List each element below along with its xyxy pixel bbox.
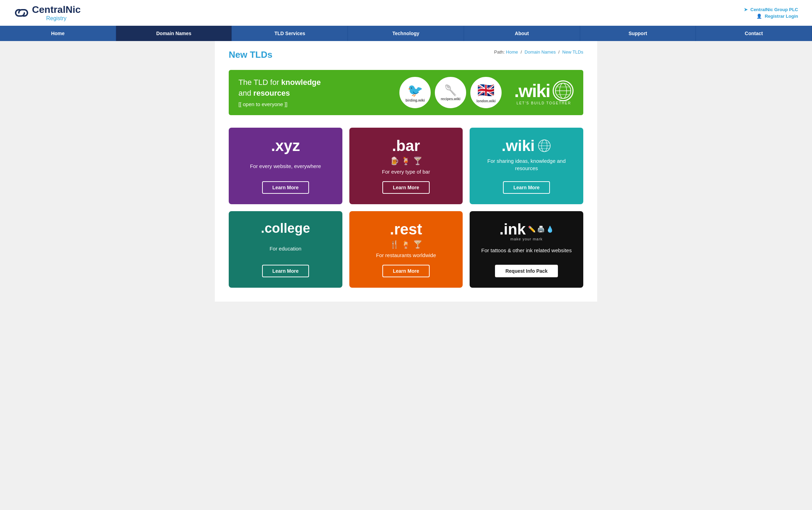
wiki-tagline: LET'S BUILD TOGETHER xyxy=(517,101,571,105)
nav-support[interactable]: Support xyxy=(580,26,696,41)
wiki-banner: The TLD for knowledge and resources [[ o… xyxy=(229,70,583,115)
banner-circle-recipes: 🥄 recipes.wiki xyxy=(435,77,466,108)
nav-home[interactable]: Home xyxy=(0,26,116,41)
arrow-icon: ➤ xyxy=(744,7,748,12)
card-ink[interactable]: .ink ✏️ 🖨️ 💧 make your mark For tattoos … xyxy=(470,211,583,288)
person-icon: 👤 xyxy=(756,14,762,19)
recipes-label: recipes.wiki xyxy=(441,97,461,101)
nav-technology[interactable]: Technology xyxy=(348,26,464,41)
header: CentralNic Registry ➤ CentralNic Group P… xyxy=(0,0,812,26)
banner-circle-london: 🇬🇧 london.wiki xyxy=(470,77,502,108)
rest-desc: For restaurants worldwide xyxy=(376,252,436,259)
nav-contact[interactable]: Contact xyxy=(696,26,812,41)
logo-icon xyxy=(14,5,29,21)
logo-area: CentralNic Registry xyxy=(14,4,81,22)
nav-tld-services[interactable]: TLD Services xyxy=(232,26,348,41)
flag-emoji: 🇬🇧 xyxy=(477,82,495,98)
logo-centralnic: CentralNic xyxy=(32,4,81,15)
college-name: .college xyxy=(261,222,310,235)
banner-open: [[ open to everyone ]] xyxy=(238,101,321,108)
banner-right: 🐦 birding.wiki 🥄 recipes.wiki 🇬🇧 london.… xyxy=(399,77,574,108)
breadcrumb-domain-names[interactable]: Domain Names xyxy=(525,49,556,55)
wiki-learn-more-button[interactable]: Learn More xyxy=(503,181,550,194)
print-icon: 🖨️ xyxy=(537,225,545,233)
header-links: ➤ CentralNic Group PLC 👤 Registrar Login xyxy=(744,7,798,19)
college-desc: For education xyxy=(269,245,301,252)
xyz-learn-more-button[interactable]: Learn More xyxy=(262,181,309,194)
wiki-card-header: .wiki xyxy=(502,138,551,153)
xyz-name: .xyz xyxy=(271,138,300,153)
breadcrumb-new-tlds[interactable]: New TLDs xyxy=(562,49,583,55)
birding-label: birding.wiki xyxy=(406,98,425,102)
card-wiki[interactable]: .wiki For sharing ideas, knowledge and r… xyxy=(470,128,583,204)
ink-header: .ink ✏️ 🖨️ 💧 make your mark xyxy=(500,222,554,241)
bar-desc: For every type of bar xyxy=(382,168,430,175)
rest-icons: 🍴 🍹 🍸 xyxy=(390,240,422,249)
card-rest[interactable]: .rest 🍴 🍹 🍸 For restaurants worldwide Le… xyxy=(349,211,463,288)
main-nav: Home Domain Names TLD Services Technolog… xyxy=(0,26,812,41)
registrar-login-link[interactable]: 👤 Registrar Login xyxy=(756,14,798,19)
drop-icon: 💧 xyxy=(546,225,554,233)
wiki-card-globe-icon xyxy=(537,139,551,153)
spice-emoji: 🥄 xyxy=(444,84,457,96)
wiki-card-name: .wiki xyxy=(502,138,535,153)
ink-subtitle: make your mark xyxy=(510,237,543,241)
main-content: New TLDs Path: Home / Domain Names / New… xyxy=(215,41,597,302)
bar-learn-more-button[interactable]: Learn More xyxy=(382,181,429,194)
ink-title-row: .ink ✏️ 🖨️ 💧 xyxy=(500,222,554,237)
page-title: New TLDs xyxy=(229,49,273,60)
card-college[interactable]: .college For education Learn More xyxy=(229,211,342,288)
tld-grid: .xyz For every website, everywhere Learn… xyxy=(229,128,583,288)
card-xyz[interactable]: .xyz For every website, everywhere Learn… xyxy=(229,128,342,204)
breadcrumb-home[interactable]: Home xyxy=(506,49,518,55)
bird-emoji: 🐦 xyxy=(407,83,423,98)
banner-text: The TLD for knowledge and resources [[ o… xyxy=(238,77,321,108)
breadcrumb: Path: Home / Domain Names / New TLDs xyxy=(494,49,583,55)
xyz-desc: For every website, everywhere xyxy=(250,162,321,170)
wiki-ball-icon xyxy=(553,80,574,101)
centralnic-group-link[interactable]: ➤ CentralNic Group PLC xyxy=(744,7,798,12)
logo-text: CentralNic Registry xyxy=(32,4,81,22)
rest-name: .rest xyxy=(390,222,422,237)
london-label: london.wiki xyxy=(477,99,496,103)
nav-about[interactable]: About xyxy=(464,26,580,41)
wiki-desc: For sharing ideas, knowledge and resourc… xyxy=(477,157,576,172)
ink-icons: ✏️ 🖨️ 💧 xyxy=(528,225,554,233)
wiki-main-text: .wiki xyxy=(514,80,550,101)
ink-request-info-button[interactable]: Request Info Pack xyxy=(495,265,558,277)
ink-desc: For tattoos & other ink related websites xyxy=(481,247,572,254)
college-learn-more-button[interactable]: Learn More xyxy=(262,265,309,277)
banner-circles: 🐦 birding.wiki 🥄 recipes.wiki 🇬🇧 london.… xyxy=(399,77,502,108)
rest-learn-more-button[interactable]: Learn More xyxy=(382,265,429,277)
bar-icons: 🍺 🍹 🍸 xyxy=(390,157,422,166)
banner-wiki-logo: .wiki LET'S BUILD TOGETHER xyxy=(514,80,574,105)
wiki-globe-icon xyxy=(554,82,572,99)
ink-name: .ink xyxy=(500,222,526,237)
bar-name: .bar xyxy=(392,138,420,153)
nav-domain-names[interactable]: Domain Names xyxy=(116,26,232,41)
tattoo-icon: ✏️ xyxy=(528,225,536,233)
banner-circle-birding: 🐦 birding.wiki xyxy=(399,77,431,108)
logo-registry: Registry xyxy=(32,15,81,22)
card-bar[interactable]: .bar 🍺 🍹 🍸 For every type of bar Learn M… xyxy=(349,128,463,204)
